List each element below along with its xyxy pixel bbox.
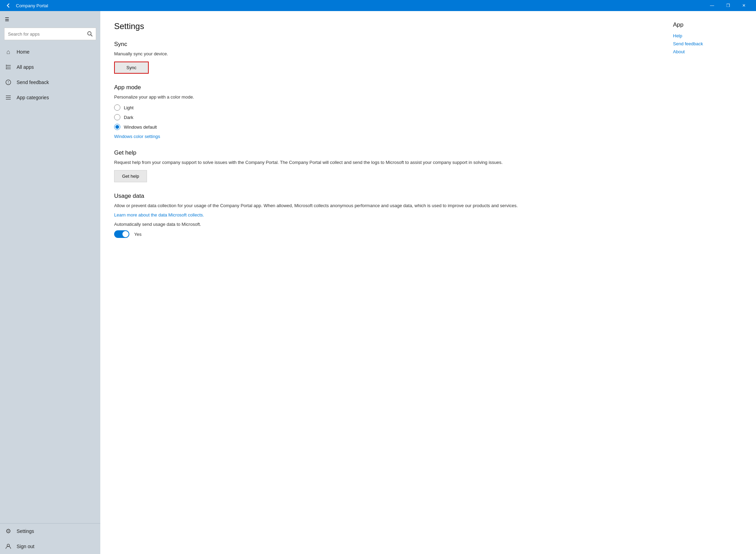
radio-windows-default[interactable]: Windows default [114,124,659,130]
get-help-title: Get help [114,149,659,156]
windows-color-settings-link[interactable]: Windows color settings [114,134,160,139]
hamburger-icon: ☰ [5,17,9,22]
usage-data-title: Usage data [114,193,659,200]
app-body: ☰ ⌂ Home [0,11,756,554]
radio-light-label: Light [124,105,133,110]
content-main: Settings Sync Manually sync your device.… [114,21,659,544]
hamburger-button[interactable]: ☰ [0,11,15,26]
svg-rect-7 [6,68,7,70]
maximize-button[interactable]: ❐ [720,0,736,11]
svg-point-10 [8,83,9,84]
search-button[interactable] [84,28,96,40]
sync-title: Sync [114,41,659,48]
get-help-section: Get help Request help from your company … [114,149,659,182]
svg-rect-6 [6,67,7,68]
usage-data-section: Usage data Allow or prevent data collect… [114,193,659,238]
svg-line-1 [91,35,93,37]
back-button[interactable] [4,1,12,10]
usage-data-toggle-row: Yes [114,230,659,238]
sidebar-item-feedback-label: Send feedback [17,80,49,85]
radio-dark-label: Dark [124,115,133,120]
home-icon: ⌂ [5,48,12,55]
usage-data-description: Allow or prevent data collection for you… [114,202,659,210]
content-area: Settings Sync Manually sync your device.… [100,11,756,554]
sidebar-item-all-apps[interactable]: All apps [0,59,100,75]
sidebar-item-settings-label: Settings [17,528,34,534]
window-controls: — ❐ ✕ [704,0,752,11]
sidebar-item-all-apps-label: All apps [17,64,34,70]
radio-windows-default-input[interactable] [114,124,120,130]
sidebar-item-categories-label: App categories [17,95,49,100]
radio-windows-default-label: Windows default [124,124,157,130]
toggle-value-label: Yes [134,232,141,237]
sidebar-item-sign-out[interactable]: Sign out [0,539,100,554]
send-feedback-link[interactable]: Send feedback [673,41,742,46]
get-help-button[interactable]: Get help [114,170,147,182]
sidebar-item-home-label: Home [17,49,29,55]
auto-send-label: Automatically send usage data to Microso… [114,222,659,227]
aside: App Help Send feedback About [673,21,742,544]
sidebar-item-home[interactable]: ⌂ Home [0,44,100,59]
minimize-button[interactable]: — [704,0,720,11]
help-link[interactable]: Help [673,33,742,38]
sidebar-item-app-categories[interactable]: App categories [0,90,100,105]
color-mode-radio-group: Light Dark Windows default [114,104,659,130]
window-title: Company Portal [16,3,704,8]
radio-dark[interactable]: Dark [114,114,659,120]
categories-icon [5,94,12,101]
sidebar-bottom: ⚙ Settings Sign out [0,523,100,554]
app-mode-section: App mode Personalize your app with a col… [114,84,659,139]
radio-dark-input[interactable] [114,114,120,120]
sign-out-icon [5,543,12,550]
sidebar: ☰ ⌂ Home [0,11,100,554]
feedback-icon [5,79,12,86]
aside-links: Help Send feedback About [673,33,742,54]
title-bar: Company Portal — ❐ ✕ [0,0,756,11]
sync-section: Sync Manually sync your device. Sync [114,41,659,74]
app-mode-title: App mode [114,84,659,91]
app-mode-description: Personalize your app with a color mode. [114,94,659,101]
sync-button[interactable]: Sync [114,62,149,74]
close-button[interactable]: ✕ [736,0,752,11]
sidebar-nav: ⌂ Home All apps [0,44,100,523]
all-apps-icon [5,64,12,71]
radio-light[interactable]: Light [114,104,659,111]
aside-title: App [673,21,742,28]
get-help-description: Request help from your company support t… [114,159,659,166]
settings-icon: ⚙ [5,528,12,535]
search-input[interactable] [4,29,84,39]
about-link[interactable]: About [673,49,742,54]
sync-description: Manually sync your device. [114,50,659,57]
usage-data-toggle[interactable] [114,230,129,238]
search-box [4,28,96,40]
radio-light-input[interactable] [114,104,120,111]
page-title: Settings [114,21,659,31]
sidebar-item-send-feedback[interactable]: Send feedback [0,75,100,90]
learn-more-link[interactable]: Learn more about the data Microsoft coll… [114,212,204,218]
svg-point-0 [88,32,91,35]
sidebar-item-sign-out-label: Sign out [17,544,34,549]
svg-rect-5 [6,65,7,66]
sidebar-item-settings[interactable]: ⚙ Settings [0,524,100,539]
